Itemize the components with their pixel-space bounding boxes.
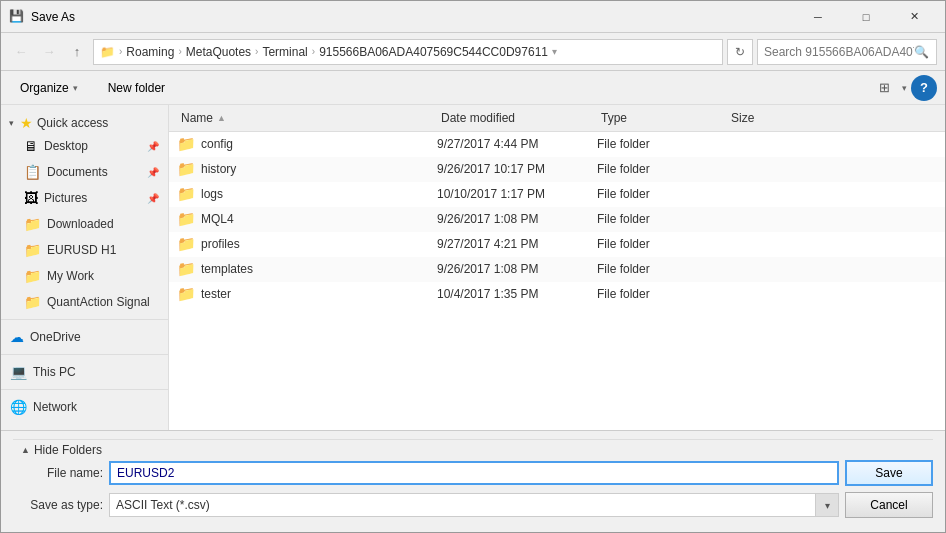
file-date-cell: 10/4/2017 1:35 PM <box>437 287 597 301</box>
toolbar: Organize ▾ New folder ⊞ ▾ ? <box>1 71 945 105</box>
organize-button[interactable]: Organize ▾ <box>9 77 89 99</box>
breadcrumb-metaquotes: MetaQuotes <box>186 45 251 59</box>
onedrive-icon: ☁ <box>10 329 24 345</box>
table-row[interactable]: 📁 logs 10/10/2017 1:17 PM File folder <box>169 182 945 207</box>
file-date-cell: 9/26/2017 1:08 PM <box>437 262 597 276</box>
sidebar-item-eurusd[interactable]: 📁 EURUSD H1 <box>1 237 168 263</box>
sidebar-label-mywork: My Work <box>47 269 159 283</box>
file-type-cell: File folder <box>597 137 727 151</box>
sidebar-label-desktop: Desktop <box>44 139 141 153</box>
refresh-button[interactable]: ↻ <box>727 39 753 65</box>
mywork-folder-icon: 📁 <box>24 268 41 284</box>
file-name-cell: config <box>201 137 437 151</box>
file-type-cell: File folder <box>597 262 727 276</box>
sidebar-item-mywork[interactable]: 📁 My Work <box>1 263 168 289</box>
pin-icon-pics: 📌 <box>147 193 159 204</box>
savetype-wrapper: ASCII Text (*.csv) ▾ <box>109 493 839 517</box>
eurusd-folder-icon: 📁 <box>24 242 41 258</box>
view-chevron-icon: ▾ <box>902 83 907 93</box>
file-type-cell: File folder <box>597 212 727 226</box>
file-list-area: Name ▲ Date modified Type Size 📁 config … <box>169 105 945 430</box>
cancel-button[interactable]: Cancel <box>845 492 933 518</box>
minimize-button[interactable]: ─ <box>795 2 841 32</box>
desktop-icon: 🖥 <box>24 138 38 154</box>
sidebar-label-quantaction: QuantAction Signal <box>47 295 159 309</box>
up-button[interactable]: ↑ <box>65 40 89 64</box>
col-header-date[interactable]: Date modified <box>437 109 597 127</box>
table-row[interactable]: 📁 tester 10/4/2017 1:35 PM File folder <box>169 282 945 307</box>
new-folder-button[interactable]: New folder <box>97 77 176 99</box>
quick-access-arrow: ▾ <box>9 118 14 128</box>
folder-icon: 📁 <box>177 160 195 178</box>
organize-label: Organize <box>20 81 69 95</box>
column-headers: Name ▲ Date modified Type Size <box>169 105 945 132</box>
file-date-cell: 9/26/2017 10:17 PM <box>437 162 597 176</box>
sidebar-item-downloaded[interactable]: 📁 Downloaded <box>1 211 168 237</box>
table-row[interactable]: 📁 config 9/27/2017 4:44 PM File folder <box>169 132 945 157</box>
quick-access-header[interactable]: ▾ ★ Quick access <box>1 109 168 133</box>
sidebar-item-desktop[interactable]: 🖥 Desktop 📌 <box>1 133 168 159</box>
close-button[interactable]: ✕ <box>891 2 937 32</box>
maximize-button[interactable]: □ <box>843 2 889 32</box>
table-row[interactable]: 📁 history 9/26/2017 10:17 PM File folder <box>169 157 945 182</box>
filename-input[interactable] <box>109 461 839 485</box>
table-row[interactable]: 📁 profiles 9/27/2017 4:21 PM File folder <box>169 232 945 257</box>
back-button[interactable]: ← <box>9 40 33 64</box>
folder-icon: 📁 <box>177 135 195 153</box>
sidebar-label-eurusd: EURUSD H1 <box>47 243 159 257</box>
col-header-size[interactable]: Size <box>727 109 807 127</box>
star-icon: ★ <box>20 115 33 131</box>
folder-icon: 📁 <box>177 260 195 278</box>
view-button[interactable]: ⊞ <box>870 75 898 101</box>
file-date-cell: 9/27/2017 4:21 PM <box>437 237 597 251</box>
file-name-cell: tester <box>201 287 437 301</box>
col-header-type[interactable]: Type <box>597 109 727 127</box>
forward-button[interactable]: → <box>37 40 61 64</box>
filename-label: File name: <box>13 466 103 480</box>
save-button[interactable]: Save <box>845 460 933 486</box>
sidebar-item-onedrive[interactable]: ☁ OneDrive <box>1 324 168 350</box>
file-date-cell: 9/26/2017 1:08 PM <box>437 212 597 226</box>
sidebar-item-thispc[interactable]: 💻 This PC <box>1 359 168 385</box>
search-box: 🔍 <box>757 39 937 65</box>
file-date-cell: 9/27/2017 4:44 PM <box>437 137 597 151</box>
file-type-cell: File folder <box>597 237 727 251</box>
file-type-cell: File folder <box>597 187 727 201</box>
search-icon: 🔍 <box>914 45 929 59</box>
window-title: Save As <box>31 10 795 24</box>
quick-access-label: Quick access <box>37 116 108 130</box>
search-input[interactable] <box>764 45 914 59</box>
savetype-label: Save as type: <box>13 498 103 512</box>
help-button[interactable]: ? <box>911 75 937 101</box>
folder-icon: 📁 <box>177 285 195 303</box>
savetype-select[interactable]: ASCII Text (*.csv) <box>109 493 839 517</box>
sidebar-item-pictures[interactable]: 🖼 Pictures 📌 <box>1 185 168 211</box>
breadcrumb-terminal: Terminal <box>262 45 307 59</box>
title-bar: 💾 Save As ─ □ ✕ <box>1 1 945 33</box>
documents-icon: 📋 <box>24 164 41 180</box>
save-as-dialog: 💾 Save As ─ □ ✕ ← → ↑ 📁 › Roaming › Meta… <box>0 0 946 533</box>
folder-icon: 📁 <box>177 235 195 253</box>
network-icon: 🌐 <box>10 399 27 415</box>
breadcrumb-roaming: Roaming <box>126 45 174 59</box>
bottom-area: ▲ Hide Folders File name: Save Save as t… <box>1 430 945 532</box>
table-row[interactable]: 📁 MQL4 9/26/2017 1:08 PM File folder <box>169 207 945 232</box>
sidebar-item-quantaction[interactable]: 📁 QuantAction Signal <box>1 289 168 315</box>
savetype-row: Save as type: ASCII Text (*.csv) ▾ Cance… <box>13 492 933 518</box>
file-type-cell: File folder <box>597 162 727 176</box>
breadcrumb[interactable]: 📁 › Roaming › MetaQuotes › Terminal › 91… <box>93 39 723 65</box>
sidebar-label-downloaded: Downloaded <box>47 217 159 231</box>
sidebar-item-documents[interactable]: 📋 Documents 📌 <box>1 159 168 185</box>
sidebar-label-pictures: Pictures <box>44 191 141 205</box>
thispc-icon: 💻 <box>10 364 27 380</box>
hide-folders-row[interactable]: ▲ Hide Folders <box>13 439 933 460</box>
new-folder-label: New folder <box>108 81 165 95</box>
file-name-cell: templates <box>201 262 437 276</box>
sidebar-item-network[interactable]: 🌐 Network <box>1 394 168 420</box>
sort-arrow-icon: ▲ <box>217 113 226 123</box>
sidebar-divider-2 <box>1 354 168 355</box>
col-header-name[interactable]: Name ▲ <box>177 109 437 127</box>
hide-folders-label: Hide Folders <box>34 443 102 457</box>
quantaction-folder-icon: 📁 <box>24 294 41 310</box>
table-row[interactable]: 📁 templates 9/26/2017 1:08 PM File folde… <box>169 257 945 282</box>
